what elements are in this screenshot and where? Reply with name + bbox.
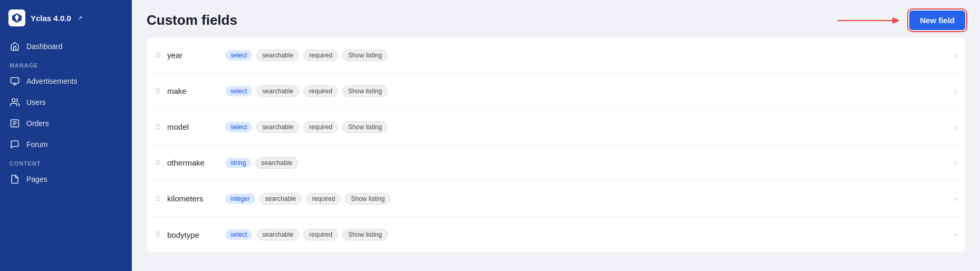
table-row[interactable]: ⠿ model select searchable required Show … [147,109,965,145]
chevron-right-icon: › [954,86,957,96]
svg-point-5 [12,99,15,102]
logo-text: Yclas 4.0.0 [31,14,71,23]
svg-marker-11 [892,17,900,24]
field-tags: string searchable [225,157,954,169]
searchable-tag: searchable [256,229,299,240]
table-row[interactable]: ⠿ make select searchable required Show l… [147,73,965,109]
show-listing-tag: Show listing [345,193,390,205]
chevron-right-icon: › [954,51,957,60]
field-name: othermake [167,158,225,167]
arrow-indicator [838,12,901,29]
searchable-tag: searchable [255,157,298,169]
sidebar-item-label: Pages [26,175,47,183]
required-tag: required [306,193,341,205]
sidebar-item-label: Forum [26,140,47,149]
searchable-tag: searchable [256,121,299,133]
searchable-tag: searchable [256,50,299,61]
drag-handle-icon[interactable]: ⠿ [155,87,160,95]
type-tag: integer [225,193,255,204]
drag-handle-icon[interactable]: ⠿ [155,230,160,239]
header-right: New field [838,11,965,30]
show-listing-tag: Show listing [342,229,388,240]
show-listing-tag: Show listing [342,50,388,61]
sidebar: Yclas 4.0.0 ↗ Dashboard MANAGE Advertise… [0,0,132,271]
table-row[interactable]: ⠿ bodytype select searchable required Sh… [147,217,965,253]
field-name: year [167,51,225,60]
drag-handle-icon[interactable]: ⠿ [155,123,160,131]
main-content: Custom fields New field ⠿ year select se… [132,0,980,271]
sidebar-item-label: Orders [26,119,49,128]
table-row[interactable]: ⠿ year select searchable required Show l… [147,37,965,73]
user-icon [9,97,20,108]
type-tag: select [225,50,252,61]
field-name: bodytype [167,230,225,239]
orders-icon [9,118,20,129]
drag-handle-icon[interactable]: ⠿ [155,159,160,167]
field-name: make [167,86,225,95]
type-tag: select [225,86,252,96]
sidebar-item-label: Users [26,98,46,107]
field-tags: select searchable required Show listing [225,50,954,61]
sidebar-item-orders[interactable]: Orders [0,113,132,134]
page-header: Custom fields New field [132,0,980,37]
type-tag: select [225,122,252,132]
field-name: kilometers [167,194,225,203]
page-icon [9,174,20,185]
required-tag: required [303,50,338,61]
sidebar-item-pages[interactable]: Pages [0,169,132,190]
chevron-right-icon: › [954,194,957,204]
sidebar-item-label: Dashboard [26,42,63,51]
ad-icon [9,76,20,86]
field-tags: select searchable required Show listing [225,229,954,240]
searchable-tag: searchable [256,85,299,97]
field-tags: integer searchable required Show listing [225,193,954,205]
sidebar-item-dashboard[interactable]: Dashboard [0,36,132,57]
chevron-right-icon: › [954,230,957,239]
sidebar-logo[interactable]: Yclas 4.0.0 ↗ [0,0,132,36]
field-tags: select searchable required Show listing [225,85,954,97]
field-tags: select searchable required Show listing [225,121,954,133]
sidebar-item-forum[interactable]: Forum [0,134,132,155]
fields-table-container: ⠿ year select searchable required Show l… [132,37,980,271]
show-listing-tag: Show listing [342,85,388,97]
drag-handle-icon[interactable]: ⠿ [155,51,160,60]
sidebar-item-users[interactable]: Users [0,92,132,113]
sidebar-item-label: Advertisements [26,77,77,85]
searchable-tag: searchable [260,193,302,205]
sidebar-item-advertisements[interactable]: Advertisements [0,71,132,92]
svg-rect-2 [11,78,19,83]
required-tag: required [303,229,338,240]
external-link-icon: ↗ [78,15,82,22]
logo-icon [8,9,25,26]
table-row[interactable]: ⠿ kilometers integer searchable required… [147,181,965,217]
field-name: model [167,122,225,131]
chevron-right-icon: › [954,158,957,168]
manage-section-label: MANAGE [0,57,132,71]
page-title: Custom fields [147,12,237,28]
drag-handle-icon[interactable]: ⠿ [155,195,160,203]
chevron-right-icon: › [954,122,957,132]
show-listing-tag: Show listing [342,121,388,133]
type-tag: select [225,229,252,240]
home-icon [9,41,20,52]
table-row[interactable]: ⠿ othermake string searchable › [147,145,965,181]
new-field-button[interactable]: New field [909,11,965,30]
forum-icon [9,139,20,150]
fields-card: ⠿ year select searchable required Show l… [147,37,965,253]
content-section-label: CONTENT [0,155,132,169]
required-tag: required [303,121,338,133]
required-tag: required [303,85,338,97]
type-tag: string [225,158,251,168]
